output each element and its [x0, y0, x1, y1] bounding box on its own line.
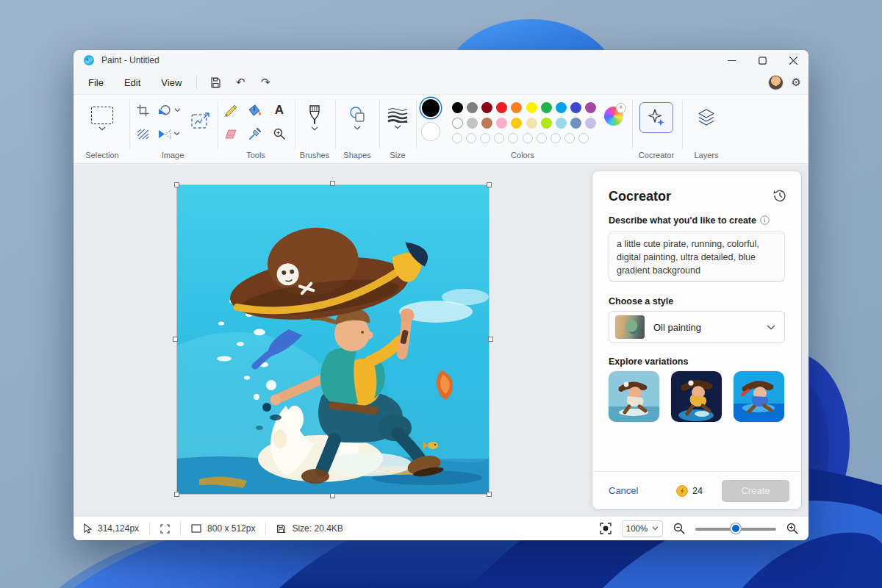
group-label-size: Size: [379, 151, 416, 159]
palette-empty-slot[interactable]: [578, 133, 589, 143]
group-label-shapes: Shapes: [335, 151, 379, 159]
fill-button[interactable]: [245, 101, 265, 120]
crop-button[interactable]: [132, 101, 153, 120]
menu-file[interactable]: File: [79, 74, 112, 92]
size-button[interactable]: [385, 102, 410, 133]
selection-handle-se[interactable]: [487, 492, 492, 497]
rotate-button[interactable]: [154, 101, 184, 120]
palette-empty-slot[interactable]: [466, 133, 476, 143]
palette-color[interactable]: [467, 118, 478, 129]
palette-color[interactable]: [467, 102, 478, 113]
minimize-button[interactable]: [716, 50, 747, 71]
brushes-button[interactable]: [301, 102, 328, 133]
group-label-selection: Selection: [76, 151, 128, 159]
layers-button[interactable]: [695, 107, 717, 129]
zoom-to-fit-button[interactable]: [600, 523, 612, 534]
shapes-button[interactable]: [344, 102, 370, 133]
settings-gear-icon[interactable]: ⚙: [792, 76, 801, 89]
zoom-in-button[interactable]: [786, 523, 798, 534]
pencil-button[interactable]: [220, 101, 241, 120]
menu-edit[interactable]: Edit: [115, 74, 149, 92]
cancel-button[interactable]: Cancel: [609, 485, 638, 496]
palette-color[interactable]: [511, 118, 522, 129]
palette-color[interactable]: [481, 118, 492, 129]
palette-empty-slot[interactable]: [551, 133, 561, 143]
selection-handle-nw[interactable]: [174, 182, 179, 187]
ribbon-group-shapes: Shapes: [335, 95, 379, 164]
image-options-button[interactable]: [188, 110, 213, 133]
color2-swatch[interactable]: [422, 123, 440, 140]
zoom-out-button[interactable]: [673, 523, 685, 534]
eyedropper-button[interactable]: [245, 124, 265, 143]
zoom-level-select[interactable]: 100%: [622, 520, 663, 537]
palette-empty-slot[interactable]: [494, 133, 504, 143]
selection-handle-sw[interactable]: [174, 492, 179, 497]
cursor-icon: [84, 523, 92, 534]
sparkles-icon: [647, 108, 666, 127]
ribbon-group-cocreator: Cocreator: [632, 95, 681, 164]
save-button[interactable]: [204, 73, 226, 92]
variation-thumbnail-1[interactable]: [609, 371, 659, 422]
palette-color[interactable]: [511, 102, 522, 113]
undo-button[interactable]: ↶: [229, 73, 251, 92]
palette-empty-slot[interactable]: [480, 133, 490, 143]
chevron-down-icon: [311, 126, 318, 131]
palette-color[interactable]: [541, 118, 552, 129]
redo-button[interactable]: ↷: [254, 73, 276, 92]
ribbon-group-colors: Colors: [416, 95, 629, 164]
selection-handle-s[interactable]: [330, 493, 335, 498]
palette-color[interactable]: [452, 102, 463, 113]
palette-color[interactable]: [496, 118, 507, 129]
info-icon[interactable]: [760, 215, 770, 225]
paint-app-icon: [83, 54, 95, 66]
palette-color[interactable]: [452, 118, 463, 129]
palette-color[interactable]: [481, 102, 492, 113]
palette-empty-slot[interactable]: [537, 133, 547, 143]
palette-color[interactable]: [556, 102, 567, 113]
palette-empty-slot[interactable]: [523, 133, 533, 143]
palette-empty-slot[interactable]: [452, 133, 462, 143]
variation-thumbnail-2[interactable]: [671, 371, 722, 422]
palette-color[interactable]: [570, 102, 581, 113]
selection-handle-ne[interactable]: [487, 182, 492, 187]
style-dropdown[interactable]: Oil painting: [609, 311, 785, 343]
account-avatar[interactable]: [769, 76, 783, 90]
palette-color[interactable]: [526, 102, 537, 113]
palette-color[interactable]: [526, 118, 537, 129]
selection-handle-w[interactable]: [173, 337, 178, 342]
pirate-painting: [177, 185, 489, 494]
palette-row-empty: [450, 133, 591, 143]
edit-colors-wheel-button[interactable]: [604, 107, 623, 126]
create-button-disabled[interactable]: Create: [722, 480, 789, 502]
variation-thumbnail-3[interactable]: [734, 371, 784, 422]
text-tool-button[interactable]: A: [269, 101, 290, 120]
selection-tool-button[interactable]: [85, 104, 119, 133]
canvas[interactable]: [177, 185, 489, 494]
magnifier-button[interactable]: [269, 124, 290, 143]
resize-skew-button[interactable]: [132, 124, 153, 143]
palette-empty-slot[interactable]: [508, 133, 518, 143]
zoom-slider-knob[interactable]: [731, 523, 741, 534]
palette-empty-slot[interactable]: [564, 133, 575, 143]
menu-view[interactable]: View: [152, 74, 190, 92]
palette-color[interactable]: [570, 118, 581, 129]
prompt-textarea[interactable]: a little cute pirate, running, colorful,…: [609, 232, 785, 282]
color1-swatch-selected[interactable]: [422, 99, 440, 117]
palette-color[interactable]: [541, 102, 552, 113]
selection-handle-e[interactable]: [488, 337, 493, 342]
eraser-button[interactable]: [220, 124, 241, 143]
palette-color[interactable]: [585, 102, 596, 113]
flip-button[interactable]: [154, 124, 184, 143]
close-button[interactable]: [778, 50, 808, 71]
menubar-divider: [196, 75, 197, 90]
selection-handle-n[interactable]: [330, 181, 335, 186]
file-size-icon: [276, 524, 286, 534]
history-button[interactable]: [773, 189, 786, 202]
palette-color[interactable]: [556, 118, 567, 129]
cocreator-button[interactable]: [639, 102, 673, 133]
crop-icon: [137, 104, 149, 117]
palette-color[interactable]: [585, 118, 596, 129]
zoom-slider[interactable]: [695, 523, 776, 534]
palette-color[interactable]: [496, 102, 507, 113]
maximize-button[interactable]: [747, 50, 778, 71]
